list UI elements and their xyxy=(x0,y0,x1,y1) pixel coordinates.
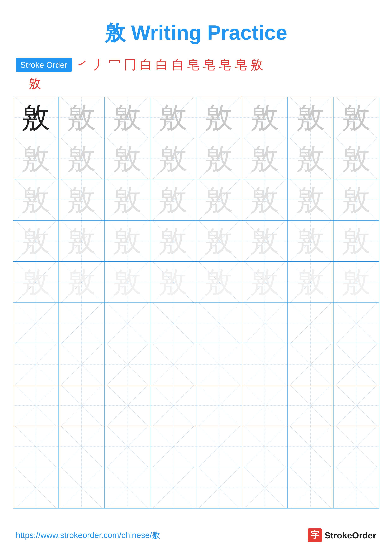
grid-cell[interactable] xyxy=(105,344,150,385)
grid-cell[interactable]: 敫 xyxy=(288,220,334,262)
grid-cell[interactable] xyxy=(196,426,242,467)
grid-cell[interactable]: 敫 xyxy=(288,179,334,220)
practice-grid: 敫 敫 敫 敫 敫 敫 敫 xyxy=(13,97,379,509)
grid-cell[interactable]: 敫 xyxy=(105,179,150,220)
grid-cell[interactable] xyxy=(196,385,242,426)
brand-name: StrokeOrder xyxy=(324,530,376,540)
stroke-9: 皂 xyxy=(203,56,216,73)
grid-cell[interactable]: 敫 xyxy=(150,138,196,179)
grid-cell[interactable]: 敫 xyxy=(334,179,379,220)
grid-cell[interactable]: 敫 xyxy=(13,97,59,138)
grid-cell[interactable]: 敫 xyxy=(196,179,242,220)
grid-cell[interactable] xyxy=(334,385,379,426)
footer-url[interactable]: https://www.strokeorder.com/chinese/敫 xyxy=(16,530,160,541)
grid-cell[interactable] xyxy=(150,467,196,509)
grid-cell[interactable] xyxy=(13,385,59,426)
brand-icon: 字 xyxy=(308,528,322,542)
grid-cell[interactable]: 敫 xyxy=(105,220,150,262)
grid-cell[interactable] xyxy=(242,467,288,509)
grid-cell[interactable]: 敫 xyxy=(288,138,334,179)
grid-cell[interactable]: 敫 xyxy=(334,138,379,179)
stroke-sequence: ㇒ ㇓ 冖 冂 白 白 自 皂 皂 皂 皂 敫 xyxy=(77,56,263,73)
stroke-7: 自 xyxy=(171,56,184,73)
grid-cell[interactable]: 敫 xyxy=(334,220,379,262)
grid-cell[interactable] xyxy=(59,426,105,467)
grid-cell[interactable] xyxy=(105,426,150,467)
grid-cell[interactable] xyxy=(150,303,196,344)
grid-cell[interactable] xyxy=(150,344,196,385)
grid-cell[interactable] xyxy=(288,467,334,509)
grid-cell[interactable] xyxy=(13,344,59,385)
grid-cell[interactable]: 敫 xyxy=(288,262,334,303)
stroke-5: 白 xyxy=(140,56,152,73)
grid-cell[interactable] xyxy=(59,344,105,385)
page-title: 敫 Writing Practice xyxy=(0,0,392,56)
grid-cell[interactable]: 敫 xyxy=(242,138,288,179)
stroke-8: 皂 xyxy=(187,56,200,73)
grid-cell[interactable] xyxy=(105,385,150,426)
grid-cell[interactable] xyxy=(59,303,105,344)
grid-cell[interactable] xyxy=(334,344,379,385)
grid-cell[interactable]: 敫 xyxy=(13,220,59,262)
grid-cell[interactable]: 敫 xyxy=(196,262,242,303)
grid-cell[interactable]: 敫 xyxy=(150,97,196,138)
grid-cell[interactable] xyxy=(196,303,242,344)
grid-cell[interactable]: 敫 xyxy=(105,262,150,303)
stroke-3: 冖 xyxy=(108,56,121,73)
grid-cell[interactable]: 敫 xyxy=(13,138,59,179)
grid-cell[interactable]: 敫 xyxy=(59,97,105,138)
grid-cell[interactable]: 敫 xyxy=(242,262,288,303)
grid-cell[interactable] xyxy=(150,385,196,426)
grid-cell[interactable] xyxy=(288,426,334,467)
grid-cell[interactable] xyxy=(288,303,334,344)
grid-cell[interactable]: 敫 xyxy=(196,97,242,138)
grid-cell[interactable]: 敫 xyxy=(105,138,150,179)
grid-cell[interactable]: 敫 xyxy=(105,97,150,138)
grid-cell[interactable] xyxy=(288,385,334,426)
grid-cell[interactable] xyxy=(288,344,334,385)
grid-cell[interactable]: 敫 xyxy=(59,220,105,262)
grid-cell[interactable] xyxy=(13,426,59,467)
grid-cell[interactable]: 敫 xyxy=(334,262,379,303)
stroke-11: 皂 xyxy=(235,56,247,73)
grid-cell[interactable] xyxy=(13,303,59,344)
grid-cell[interactable]: 敫 xyxy=(150,262,196,303)
stroke-10: 皂 xyxy=(219,56,231,73)
grid-cell[interactable] xyxy=(334,467,379,509)
grid-cell[interactable] xyxy=(59,467,105,509)
grid-cell[interactable]: 敫 xyxy=(13,179,59,220)
grid-cell[interactable] xyxy=(196,467,242,509)
grid-cell[interactable]: 敫 xyxy=(242,179,288,220)
grid-cell[interactable] xyxy=(13,467,59,509)
grid-cell[interactable] xyxy=(105,303,150,344)
grid-cell[interactable]: 敫 xyxy=(59,179,105,220)
stroke-order-section: Stroke Order ㇒ ㇓ 冖 冂 白 白 自 皂 皂 皂 皂 敫 敫 xyxy=(0,56,392,92)
grid-cell[interactable] xyxy=(196,344,242,385)
grid-cell[interactable]: 敫 xyxy=(150,179,196,220)
grid-cell[interactable] xyxy=(242,426,288,467)
grid-cell[interactable]: 敫 xyxy=(242,220,288,262)
grid-cell[interactable] xyxy=(334,303,379,344)
grid-cell[interactable] xyxy=(105,467,150,509)
grid-cell[interactable]: 敫 xyxy=(59,138,105,179)
grid-cell[interactable]: 敫 xyxy=(242,97,288,138)
grid-cell[interactable] xyxy=(334,426,379,467)
grid-cell[interactable] xyxy=(150,426,196,467)
grid-cell[interactable]: 敫 xyxy=(288,97,334,138)
stroke-12: 敫 xyxy=(250,56,263,73)
grid-cell[interactable]: 敫 xyxy=(196,220,242,262)
footer-brand: 字 StrokeOrder xyxy=(308,528,376,542)
grid-cell[interactable] xyxy=(242,385,288,426)
character-display: 敫 xyxy=(16,75,376,92)
grid-cell[interactable]: 敫 xyxy=(334,97,379,138)
stroke-4: 冂 xyxy=(124,56,137,73)
grid-cell[interactable] xyxy=(242,303,288,344)
grid-cell[interactable]: 敫 xyxy=(196,138,242,179)
footer: https://www.strokeorder.com/chinese/敫 字 … xyxy=(0,528,392,542)
grid-cell[interactable] xyxy=(242,344,288,385)
grid-cell[interactable] xyxy=(59,385,105,426)
stroke-2: ㇓ xyxy=(92,56,105,73)
grid-cell[interactable]: 敫 xyxy=(150,220,196,262)
grid-cell[interactable]: 敫 xyxy=(59,262,105,303)
grid-cell[interactable]: 敫 xyxy=(13,262,59,303)
